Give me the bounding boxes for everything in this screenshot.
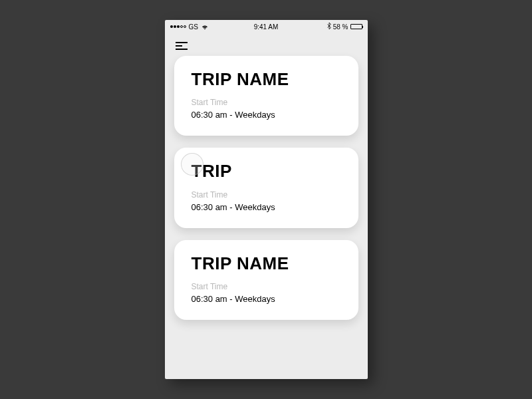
trip-list[interactable]: TRIP NAME Start Time 06:30 am - Weekdays… [165,56,368,320]
bluetooth-icon [327,23,331,31]
trip-start-value: 06:30 am - Weekdays [192,202,341,212]
status-time: 9:41 AM [254,23,279,31]
status-bar: GS 9:41 AM 58 % [165,20,368,33]
trip-card[interactable]: TRIP Start Time 06:30 am - Weekdays [174,148,358,227]
trip-start-label: Start Time [192,98,341,107]
trip-start-label: Start Time [192,282,341,291]
phone-screen: GS 9:41 AM 58 % [165,20,368,379]
trip-title: TRIP NAME [192,255,341,273]
trip-title: TRIP NAME [192,70,341,88]
battery-percent: 58 % [333,23,348,31]
trip-start-value: 06:30 am - Weekdays [192,110,341,120]
signal-dots-icon [170,25,186,28]
header [165,33,368,56]
carrier-label: GS [189,23,198,31]
battery-icon [350,24,362,29]
status-right: 58 % [327,23,362,31]
trip-start-value: 06:30 am - Weekdays [192,294,341,304]
trip-card[interactable]: TRIP NAME Start Time 06:30 am - Weekdays [174,240,358,320]
status-left: GS [170,23,209,31]
wifi-icon [201,24,209,30]
trip-title: TRIP [192,162,341,180]
menu-icon[interactable] [176,41,189,51]
trip-card[interactable]: TRIP NAME Start Time 06:30 am - Weekdays [174,56,358,136]
trip-start-label: Start Time [192,190,341,200]
